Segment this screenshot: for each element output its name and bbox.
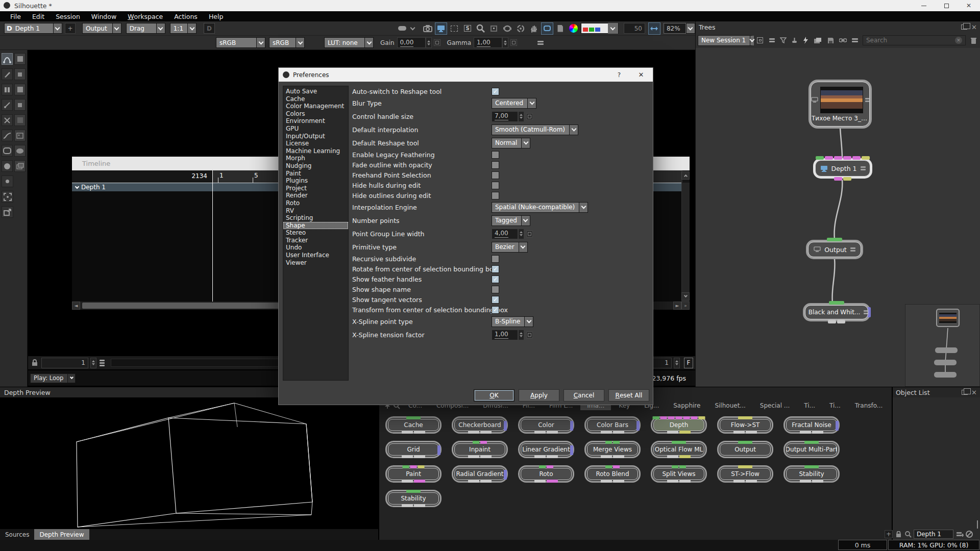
add-object-button[interactable]: + bbox=[885, 530, 893, 538]
palette-node-depth[interactable]: Depth bbox=[651, 416, 707, 434]
scroll-down-button[interactable] bbox=[681, 292, 690, 300]
pref-checkbox[interactable]: ✓ bbox=[492, 88, 499, 95]
menu-help[interactable]: Help bbox=[203, 11, 229, 21]
dialog-close-icon[interactable]: ✕ bbox=[629, 71, 653, 79]
pref-category-plugins[interactable]: Plugins bbox=[283, 177, 348, 185]
pref-category-input-output[interactable]: Input/Output bbox=[283, 133, 348, 140]
palette-tab-10[interactable]: Special ... bbox=[753, 400, 797, 410]
palette-node-color-bars[interactable]: Color Bars bbox=[584, 416, 641, 434]
pref-category-morph[interactable]: Morph bbox=[283, 155, 348, 162]
snapshot-camera-icon[interactable] bbox=[422, 22, 434, 35]
pref-category-undo[interactable]: Undo bbox=[283, 244, 348, 252]
palette-node-grid[interactable]: Grid bbox=[385, 441, 442, 458]
full-range-button[interactable]: F bbox=[684, 358, 693, 368]
float-panel-icon[interactable] bbox=[961, 24, 967, 30]
trash-icon[interactable] bbox=[969, 34, 978, 46]
playhead[interactable] bbox=[212, 170, 213, 302]
ratio-dropdown[interactable]: 1:1 bbox=[170, 23, 197, 34]
menu-window[interactable]: Window bbox=[86, 11, 122, 21]
node-plug-icon[interactable] bbox=[790, 34, 798, 46]
palette-node-optical-flow-ml[interactable]: Optical Flow ML bbox=[651, 441, 707, 458]
palette-node-output[interactable]: Output bbox=[717, 441, 773, 458]
pref-spinner-arrows[interactable] bbox=[518, 111, 524, 122]
ellipse-tool-icon[interactable] bbox=[14, 145, 26, 157]
search-input[interactable] bbox=[866, 37, 952, 44]
safe-area-icon[interactable]: S bbox=[461, 22, 474, 35]
bars-tool-icon[interactable] bbox=[2, 84, 13, 95]
scrollbar-thumb[interactable] bbox=[82, 303, 279, 309]
menu-file[interactable]: File bbox=[5, 11, 27, 21]
palette-node-fractal-noise[interactable]: Fractal Noise bbox=[783, 416, 840, 434]
scroll-left-button[interactable]: ◄ bbox=[72, 302, 80, 310]
marquee-select-icon[interactable] bbox=[448, 22, 460, 35]
lasso-icon[interactable] bbox=[541, 22, 553, 35]
page-icon[interactable] bbox=[554, 22, 567, 35]
layers-tool-icon[interactable] bbox=[14, 160, 26, 172]
gain-reset-button[interactable] bbox=[434, 39, 440, 46]
tool-variant-icon[interactable] bbox=[14, 114, 26, 126]
fit-width-icon[interactable] bbox=[648, 22, 660, 35]
pref-spinner-arrows[interactable] bbox=[518, 330, 524, 340]
graph-node-output[interactable]: Output bbox=[806, 240, 863, 259]
pref-category-colors[interactable]: Colors bbox=[283, 110, 348, 118]
play-mode-dropdown[interactable]: Play: Loop bbox=[30, 373, 76, 383]
palette-node-radial-gradient[interactable]: Radial Gradient bbox=[452, 465, 508, 483]
palette-tab-8[interactable]: Sapphire bbox=[667, 400, 707, 410]
pref-category-stereo[interactable]: Stereo bbox=[283, 229, 348, 237]
menu-actions[interactable]: Actions bbox=[168, 11, 203, 21]
pref-category-viewer[interactable]: Viewer bbox=[283, 259, 348, 267]
pref-category-render[interactable]: Render bbox=[283, 192, 348, 199]
pref-category-tracker[interactable]: Tracker bbox=[283, 237, 348, 244]
lock-icon[interactable] bbox=[894, 530, 902, 538]
help-button[interactable]: ? bbox=[609, 71, 629, 79]
monitor-view-icon[interactable] bbox=[435, 22, 447, 35]
pref-category-paint[interactable]: Paint bbox=[283, 170, 348, 178]
circle-tool-icon[interactable] bbox=[2, 160, 13, 172]
tab-depth-preview[interactable]: Depth Preview bbox=[34, 529, 89, 540]
object-list-scroll-down-icon[interactable] bbox=[977, 520, 978, 528]
tool-variant-icon[interactable] bbox=[14, 84, 26, 95]
ok-button[interactable]: OK bbox=[474, 389, 514, 402]
palette-node-linear-gradient[interactable]: Linear Gradient bbox=[518, 441, 574, 458]
palette-node-split-views[interactable]: Split Views bbox=[651, 465, 707, 483]
scroll-up-button[interactable] bbox=[681, 171, 690, 180]
tool-variant-icon[interactable] bbox=[14, 68, 26, 80]
palette-node-color[interactable]: Color bbox=[518, 416, 574, 434]
cancel-button[interactable]: Cancel bbox=[564, 389, 604, 402]
pref-category-shape[interactable]: Shape bbox=[283, 222, 348, 230]
palette-node-paint[interactable]: Paint bbox=[385, 465, 442, 483]
pref-category-project[interactable]: Project bbox=[283, 185, 348, 192]
current-frame-field[interactable]: 1 bbox=[41, 358, 88, 368]
zoom-magnifier-icon[interactable] bbox=[475, 22, 487, 35]
region-of-interest-icon[interactable] bbox=[488, 22, 500, 35]
palette-tab-9[interactable]: Silhouet... bbox=[708, 400, 752, 410]
pref-category-user-interface[interactable]: User Interface bbox=[283, 252, 348, 259]
view-options-icon[interactable] bbox=[537, 41, 544, 45]
chevron-down-icon[interactable] bbox=[409, 22, 416, 35]
pref-spinner-arrows[interactable] bbox=[518, 229, 524, 239]
close-panel-icon[interactable]: ✕ bbox=[971, 389, 977, 396]
pref-checkbox[interactable] bbox=[492, 161, 499, 169]
pref-dropdown[interactable]: Smooth (Catmull-Rom) bbox=[492, 124, 578, 135]
add-node-button[interactable]: + bbox=[65, 23, 76, 34]
palette-node-cache[interactable]: Cache bbox=[385, 416, 442, 434]
pref-spinner-field[interactable]: 1,00 bbox=[492, 330, 518, 340]
pref-category-cache[interactable]: Cache bbox=[283, 95, 348, 103]
pref-checkbox[interactable] bbox=[492, 151, 499, 159]
export-tool-icon[interactable] bbox=[2, 206, 13, 218]
search-box[interactable]: ✕ bbox=[863, 35, 966, 45]
menu-session[interactable]: Session bbox=[50, 11, 86, 21]
draw-shape-tool-icon[interactable] bbox=[2, 53, 13, 65]
menu-edit[interactable]: Edit bbox=[27, 11, 50, 21]
pref-category-environment[interactable]: Environment bbox=[283, 117, 348, 125]
pref-spinner-field[interactable]: 4,00 bbox=[492, 229, 518, 239]
scroll-right-button[interactable]: ► bbox=[673, 302, 681, 310]
pref-reset-button[interactable] bbox=[526, 332, 533, 338]
palette-node-stability[interactable]: Stability bbox=[385, 490, 442, 507]
palette-node-roto-blend[interactable]: Roto Blend bbox=[584, 465, 641, 483]
output-dropdown[interactable]: Output bbox=[82, 23, 121, 34]
graph-node-blackwhite[interactable]: Black and Whit... bbox=[803, 303, 870, 321]
palette-node-output-multi-part[interactable]: Output Multi-Part bbox=[783, 441, 840, 458]
brush-size-field[interactable]: 50 bbox=[624, 23, 645, 34]
pref-reset-button[interactable] bbox=[526, 113, 533, 120]
